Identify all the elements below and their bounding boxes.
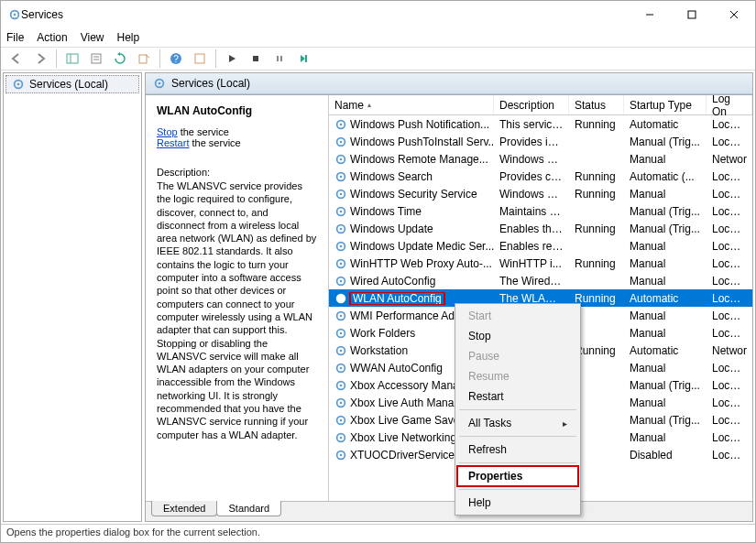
right-pane-title: Services (Local) (171, 77, 250, 90)
restart-service-button[interactable] (293, 49, 313, 69)
svg-point-38 (340, 244, 343, 247)
cell-startup: Manual (Trig... (624, 414, 707, 427)
menu-item-restart[interactable]: Restart (457, 386, 578, 407)
menu-item-stop[interactable]: Stop (457, 326, 578, 346)
cell-name: Windows PushToInstall Serv... (329, 136, 494, 148)
cell-logon: Local Sy (707, 223, 752, 235)
menu-item-refresh[interactable]: Refresh (457, 440, 578, 460)
cell-startup: Manual (624, 396, 707, 409)
svg-point-42 (340, 279, 343, 282)
cell-logon: Local Sy (707, 240, 752, 253)
cell-status: Running (569, 188, 624, 201)
cell-startup: Manual (Trig... (624, 205, 707, 218)
cell-startup: Automatic (624, 344, 707, 357)
close-button[interactable] (713, 1, 755, 28)
detail-pane: WLAN AutoConfig Stop the service Restart… (146, 95, 329, 501)
svg-point-40 (340, 262, 343, 265)
gear-icon (334, 205, 347, 218)
svg-point-56 (340, 401, 343, 404)
cell-name: Wired AutoConfig (329, 275, 494, 288)
svg-rect-15 (253, 56, 258, 61)
service-row[interactable]: Windows Remote Manage...Windows R...Manu… (329, 150, 752, 168)
service-row[interactable]: Windows TimeMaintains d...Manual (Trig..… (329, 202, 752, 220)
tab-extended[interactable]: Extended (151, 501, 217, 516)
gear-icon (334, 379, 347, 392)
gear-icon (334, 170, 347, 183)
service-row[interactable]: Windows Security ServiceWindows Se...Run… (329, 185, 752, 202)
gear-icon (334, 431, 347, 444)
svg-rect-16 (277, 56, 279, 61)
gear-icon (334, 327, 347, 340)
back-button[interactable] (6, 49, 27, 69)
col-startup[interactable]: Startup Type (624, 95, 707, 114)
cell-status: Running (569, 223, 624, 235)
menu-item-all-tasks[interactable]: All Tasks (457, 413, 578, 433)
svg-point-46 (340, 314, 343, 317)
svg-text:?: ? (173, 54, 179, 64)
cell-status: Running (569, 257, 624, 270)
show-hide-tree-button[interactable] (62, 49, 82, 69)
service-row[interactable]: Windows SearchProvides co...RunningAutom… (329, 168, 752, 185)
export-list-button[interactable] (134, 49, 154, 69)
cell-logon: Local Sy (707, 310, 752, 322)
service-row[interactable]: WinHTTP Web Proxy Auto-...WinHTTP i...Ru… (329, 255, 752, 272)
minimize-button[interactable] (629, 1, 671, 28)
menu-bar: File Action View Help (1, 28, 755, 47)
svg-rect-6 (67, 54, 78, 63)
forward-button[interactable] (30, 49, 50, 69)
stop-service-button[interactable] (246, 49, 266, 69)
cell-desc: WinHTTP i... (494, 257, 569, 270)
service-row[interactable]: Windows PushToInstall Serv...Provides in… (329, 133, 752, 150)
cell-startup: Manual (624, 257, 707, 270)
cell-startup: Manual (624, 327, 707, 340)
cell-startup: Manual (Trig... (624, 136, 707, 148)
cell-logon: Local Sy (707, 431, 752, 444)
cell-name: Windows Update (329, 223, 494, 235)
refresh-toolbar-button[interactable] (110, 49, 130, 69)
menu-help[interactable]: Help (117, 31, 140, 44)
maximize-button[interactable] (671, 1, 713, 28)
svg-rect-3 (688, 11, 696, 18)
svg-point-24 (340, 123, 343, 125)
tree-item-services-local[interactable]: Services (Local) (5, 75, 139, 93)
window-title: Services (21, 8, 629, 21)
col-name[interactable]: Name▴ (329, 95, 494, 114)
service-row[interactable]: Windows UpdateEnables the ...RunningManu… (329, 220, 752, 237)
cell-logon: Local Sy (707, 362, 752, 375)
properties-toolbar-button[interactable] (86, 49, 106, 69)
window-controls (629, 1, 755, 28)
menu-action[interactable]: Action (37, 31, 67, 44)
menu-view[interactable]: View (81, 31, 104, 44)
service-row[interactable]: Windows Push Notification...This service… (329, 115, 752, 133)
sort-asc-icon: ▴ (367, 101, 371, 109)
cell-logon: Networ (707, 153, 752, 166)
gear-icon (12, 78, 25, 91)
gear-icon (334, 118, 347, 131)
col-status[interactable]: Status (569, 95, 624, 114)
col-description[interactable]: Description (494, 95, 569, 114)
svg-rect-14 (195, 54, 204, 63)
svg-point-54 (340, 384, 343, 386)
service-row[interactable]: Windows Update Medic Ser...Enables rem..… (329, 237, 752, 255)
app-icon (8, 8, 21, 21)
cell-desc: Maintains d... (494, 205, 569, 218)
stop-link[interactable]: Stop (157, 126, 178, 137)
cell-desc: This service ... (494, 118, 569, 131)
svg-point-48 (340, 331, 343, 334)
gear-icon (334, 275, 347, 288)
description-text: The WLANSVC service provides the logic r… (157, 179, 317, 441)
start-service-button[interactable] (222, 49, 242, 69)
service-row[interactable]: Wired AutoConfigThe Wired A...ManualLoca… (329, 272, 752, 289)
manage-button[interactable] (190, 49, 210, 69)
menu-file[interactable]: File (6, 31, 24, 44)
menu-item-resume: Resume (457, 366, 578, 386)
pause-service-button[interactable] (269, 49, 290, 69)
svg-point-60 (340, 436, 343, 439)
restart-link[interactable]: Restart (157, 137, 189, 148)
tab-standard[interactable]: Standard (216, 501, 281, 516)
col-logon[interactable]: Log On (707, 95, 752, 114)
help-toolbar-button[interactable]: ? (166, 49, 186, 69)
right-pane-header: Services (Local) (146, 73, 752, 94)
menu-item-help[interactable]: Help (457, 493, 578, 513)
menu-item-properties[interactable]: Properties (457, 466, 578, 486)
